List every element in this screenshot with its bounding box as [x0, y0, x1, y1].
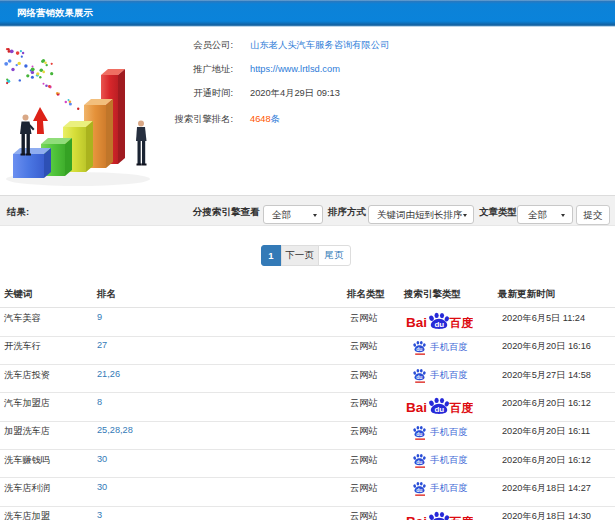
svg-text:百度: 百度	[449, 316, 474, 329]
svg-text:du: du	[434, 406, 444, 415]
svg-text:Bai: Bai	[406, 315, 427, 330]
svg-text:Bai: Bai	[406, 400, 427, 415]
svg-text:百度: 百度	[449, 514, 474, 520]
svg-text:Bai: Bai	[406, 513, 427, 520]
svg-text:du: du	[416, 488, 422, 494]
svg-text:du: du	[416, 431, 422, 437]
svg-text:du: du	[416, 346, 422, 352]
svg-text:du: du	[416, 374, 422, 380]
svg-text:du: du	[416, 459, 422, 465]
svg-text:du: du	[434, 321, 444, 330]
svg-text:百度: 百度	[449, 401, 474, 414]
